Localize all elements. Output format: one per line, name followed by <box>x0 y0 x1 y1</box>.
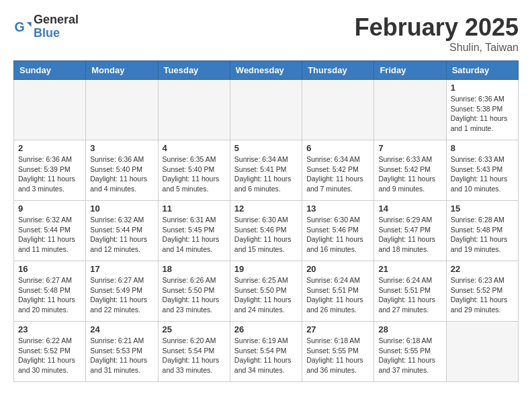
calendar-cell <box>302 80 374 140</box>
day-info: Sunrise: 6:28 AMSunset: 5:48 PMDaylight:… <box>451 215 514 255</box>
day-number: 6 <box>306 143 369 153</box>
day-number: 11 <box>163 203 226 214</box>
day-number: 28 <box>378 324 441 334</box>
day-info: Sunrise: 6:35 AMSunset: 5:40 PMDaylight:… <box>163 154 226 194</box>
calendar-cell <box>14 80 86 140</box>
day-number: 14 <box>378 203 441 214</box>
logo-general: General <box>34 13 79 26</box>
calendar-cell <box>86 80 158 140</box>
day-number: 24 <box>90 324 153 334</box>
day-info: Sunrise: 6:18 AMSunset: 5:55 PMDaylight:… <box>378 336 441 375</box>
day-info: Sunrise: 6:23 AMSunset: 5:52 PMDaylight:… <box>451 275 514 315</box>
week-row-2: 9Sunrise: 6:32 AMSunset: 5:44 PMDaylight… <box>14 201 519 261</box>
day-info: Sunrise: 6:19 AMSunset: 5:54 PMDaylight:… <box>234 336 298 375</box>
day-info: Sunrise: 6:20 AMSunset: 5:54 PMDaylight:… <box>163 336 226 375</box>
calendar-cell: 5Sunrise: 6:34 AMSunset: 5:41 PMDaylight… <box>230 140 302 201</box>
day-number: 15 <box>451 203 514 214</box>
calendar-cell: 20Sunrise: 6:24 AMSunset: 5:51 PMDayligh… <box>302 261 374 322</box>
page-header: G General Blue February 2025 Shulin, Tai… <box>13 13 519 54</box>
day-number: 13 <box>306 203 369 214</box>
day-info: Sunrise: 6:21 AMSunset: 5:53 PMDaylight:… <box>90 336 153 375</box>
logo-blue: Blue <box>34 26 60 40</box>
calendar-cell: 9Sunrise: 6:32 AMSunset: 5:44 PMDaylight… <box>14 201 86 261</box>
calendar-cell: 12Sunrise: 6:30 AMSunset: 5:46 PMDayligh… <box>230 201 302 261</box>
calendar-cell: 22Sunrise: 6:23 AMSunset: 5:52 PMDayligh… <box>446 261 518 322</box>
calendar-cell: 3Sunrise: 6:36 AMSunset: 5:40 PMDaylight… <box>86 140 158 201</box>
calendar-cell: 11Sunrise: 6:31 AMSunset: 5:45 PMDayligh… <box>158 201 230 261</box>
calendar-cell: 18Sunrise: 6:26 AMSunset: 5:50 PMDayligh… <box>158 261 230 322</box>
day-info: Sunrise: 6:32 AMSunset: 5:44 PMDaylight:… <box>18 215 81 255</box>
day-number: 2 <box>18 143 81 153</box>
day-number: 9 <box>18 203 81 214</box>
calendar-cell <box>230 80 302 140</box>
day-number: 4 <box>163 143 226 153</box>
day-info: Sunrise: 6:36 AMSunset: 5:39 PMDaylight:… <box>18 154 81 194</box>
day-number: 3 <box>90 143 153 153</box>
location: Shulin, Taiwan <box>355 42 519 54</box>
weekday-header-sunday: Sunday <box>14 61 86 80</box>
day-info: Sunrise: 6:32 AMSunset: 5:44 PMDaylight:… <box>90 215 153 255</box>
day-number: 17 <box>90 264 153 274</box>
day-info: Sunrise: 6:33 AMSunset: 5:43 PMDaylight:… <box>451 154 514 194</box>
day-number: 26 <box>234 324 298 334</box>
weekday-header-wednesday: Wednesday <box>230 61 302 80</box>
weekday-header-thursday: Thursday <box>302 61 374 80</box>
calendar-cell: 25Sunrise: 6:20 AMSunset: 5:54 PMDayligh… <box>158 322 230 382</box>
svg-marker-1 <box>27 22 32 27</box>
day-info: Sunrise: 6:34 AMSunset: 5:41 PMDaylight:… <box>234 154 298 194</box>
day-number: 7 <box>378 143 441 153</box>
day-info: Sunrise: 6:18 AMSunset: 5:55 PMDaylight:… <box>306 336 369 375</box>
calendar-cell: 15Sunrise: 6:28 AMSunset: 5:48 PMDayligh… <box>446 201 518 261</box>
day-number: 18 <box>163 264 226 274</box>
logo: G General Blue <box>13 13 79 40</box>
day-info: Sunrise: 6:36 AMSunset: 5:40 PMDaylight:… <box>90 154 153 194</box>
calendar-cell: 7Sunrise: 6:33 AMSunset: 5:42 PMDaylight… <box>374 140 446 201</box>
calendar-table: SundayMondayTuesdayWednesdayThursdayFrid… <box>13 60 519 382</box>
title-area: February 2025 Shulin, Taiwan <box>355 13 519 54</box>
day-info: Sunrise: 6:25 AMSunset: 5:50 PMDaylight:… <box>234 275 298 315</box>
day-info: Sunrise: 6:24 AMSunset: 5:51 PMDaylight:… <box>306 275 369 315</box>
logo-text: General Blue <box>34 13 79 40</box>
day-info: Sunrise: 6:36 AMSunset: 5:38 PMDaylight:… <box>451 94 514 134</box>
day-info: Sunrise: 6:30 AMSunset: 5:46 PMDaylight:… <box>234 215 298 255</box>
weekday-header-row: SundayMondayTuesdayWednesdayThursdayFrid… <box>14 61 519 80</box>
calendar-cell: 1Sunrise: 6:36 AMSunset: 5:38 PMDaylight… <box>446 80 518 140</box>
day-number: 16 <box>18 264 81 274</box>
calendar-cell: 24Sunrise: 6:21 AMSunset: 5:53 PMDayligh… <box>86 322 158 382</box>
day-info: Sunrise: 6:30 AMSunset: 5:46 PMDaylight:… <box>306 215 369 255</box>
week-row-4: 23Sunrise: 6:22 AMSunset: 5:52 PMDayligh… <box>14 322 519 382</box>
day-info: Sunrise: 6:27 AMSunset: 5:49 PMDaylight:… <box>90 275 153 315</box>
day-info: Sunrise: 6:24 AMSunset: 5:51 PMDaylight:… <box>378 275 441 315</box>
day-info: Sunrise: 6:34 AMSunset: 5:42 PMDaylight:… <box>306 154 369 194</box>
calendar-cell: 8Sunrise: 6:33 AMSunset: 5:43 PMDaylight… <box>446 140 518 201</box>
week-row-0: 1Sunrise: 6:36 AMSunset: 5:38 PMDaylight… <box>14 80 519 140</box>
weekday-header-tuesday: Tuesday <box>158 61 230 80</box>
day-number: 21 <box>378 264 441 274</box>
calendar-cell: 27Sunrise: 6:18 AMSunset: 5:55 PMDayligh… <box>302 322 374 382</box>
calendar-body: 1Sunrise: 6:36 AMSunset: 5:38 PMDaylight… <box>14 80 519 382</box>
calendar-cell: 6Sunrise: 6:34 AMSunset: 5:42 PMDaylight… <box>302 140 374 201</box>
day-number: 8 <box>451 143 514 153</box>
calendar-cell: 14Sunrise: 6:29 AMSunset: 5:47 PMDayligh… <box>374 201 446 261</box>
calendar-cell: 2Sunrise: 6:36 AMSunset: 5:39 PMDaylight… <box>14 140 86 201</box>
calendar-cell: 19Sunrise: 6:25 AMSunset: 5:50 PMDayligh… <box>230 261 302 322</box>
day-info: Sunrise: 6:33 AMSunset: 5:42 PMDaylight:… <box>378 154 441 194</box>
calendar-cell: 28Sunrise: 6:18 AMSunset: 5:55 PMDayligh… <box>374 322 446 382</box>
day-number: 19 <box>234 264 298 274</box>
day-number: 25 <box>163 324 226 334</box>
month-title: February 2025 <box>355 13 519 42</box>
week-row-1: 2Sunrise: 6:36 AMSunset: 5:39 PMDaylight… <box>14 140 519 201</box>
logo-icon: G <box>13 17 32 36</box>
svg-text:G: G <box>14 19 24 34</box>
calendar-cell: 10Sunrise: 6:32 AMSunset: 5:44 PMDayligh… <box>86 201 158 261</box>
day-number: 20 <box>306 264 369 274</box>
day-number: 10 <box>90 203 153 214</box>
calendar-cell: 13Sunrise: 6:30 AMSunset: 5:46 PMDayligh… <box>302 201 374 261</box>
day-info: Sunrise: 6:27 AMSunset: 5:48 PMDaylight:… <box>18 275 81 315</box>
calendar-cell <box>374 80 446 140</box>
week-row-3: 16Sunrise: 6:27 AMSunset: 5:48 PMDayligh… <box>14 261 519 322</box>
day-number: 27 <box>306 324 369 334</box>
calendar-cell: 16Sunrise: 6:27 AMSunset: 5:48 PMDayligh… <box>14 261 86 322</box>
day-number: 5 <box>234 143 298 153</box>
day-info: Sunrise: 6:29 AMSunset: 5:47 PMDaylight:… <box>378 215 441 255</box>
